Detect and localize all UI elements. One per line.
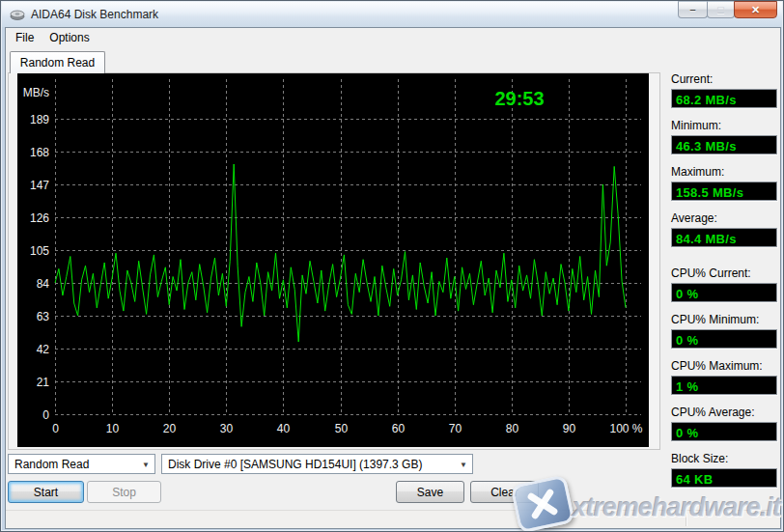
svg-text:80: 80 — [506, 422, 519, 435]
svg-text:60: 60 — [392, 422, 406, 435]
stat-maximum: Maximum: 158.5 MB/s — [671, 165, 777, 201]
window-title: AIDA64 Disk Benchmark — [31, 8, 158, 21]
stat-value: 0 % — [676, 426, 698, 440]
disk-drive-value: Disk Drive #0 [SAMSUNG HD154UI] (1397.3 … — [168, 458, 422, 471]
stat-label: Minimum: — [671, 119, 777, 132]
stat-cpu-average: CPU% Average: 0 % — [671, 406, 777, 441]
svg-text:70: 70 — [449, 422, 462, 435]
stat-block-size: Block Size: 64 KB — [671, 452, 777, 488]
tab-random-read[interactable]: Random Read — [10, 51, 105, 73]
stat-minimum: Minimum: 46.3 MB/s — [671, 119, 777, 154]
disk-drive-select[interactable]: Disk Drive #0 [SAMSUNG HD154UI] (1397.3 … — [161, 454, 473, 474]
tab-label: Random Read — [20, 56, 95, 70]
stat-value: 68.2 MB/s — [676, 93, 737, 107]
save-button[interactable]: Save — [396, 481, 464, 503]
stat-label: CPU% Maximum: — [671, 359, 777, 373]
svg-text:84: 84 — [37, 277, 50, 291]
stat-label: Average: — [671, 211, 777, 225]
stat-cpu-maximum: CPU% Maximum: 1 % — [671, 359, 777, 395]
svg-text:189: 189 — [30, 113, 49, 126]
svg-text:30: 30 — [220, 422, 234, 435]
svg-text:100 %: 100 % — [609, 422, 642, 435]
menu-bar: File Options — [6, 28, 780, 46]
stat-value: 64 KB — [676, 472, 713, 487]
svg-text:63: 63 — [37, 310, 50, 323]
stat-value-box: 0 % — [671, 422, 777, 441]
maximize-icon: □ — [717, 4, 724, 15]
chevron-down-icon: ▼ — [142, 461, 150, 469]
stat-label: CPU% Average: — [671, 406, 777, 419]
stat-value: 84.4 MB/s — [676, 232, 737, 246]
title-bar[interactable]: AIDA64 Disk Benchmark — [2, 2, 782, 27]
svg-text:105: 105 — [30, 244, 49, 258]
stat-value-box: 1 % — [671, 376, 777, 395]
stat-value-box: 64 KB — [671, 468, 777, 488]
svg-text:20: 20 — [163, 422, 177, 435]
status-bar — [6, 510, 780, 528]
stat-label: Maximum: — [671, 165, 777, 179]
stat-value-box: 0 % — [671, 283, 777, 302]
status-bar-separator — [686, 514, 687, 526]
stat-value: 158.5 MB/s — [676, 185, 743, 200]
stat-label: CPU% Current: — [671, 266, 777, 280]
chevron-down-icon: ▼ — [460, 461, 467, 469]
svg-text:147: 147 — [30, 179, 49, 192]
close-icon: ✕ — [751, 4, 760, 16]
stat-average: Average: 84.4 MB/s — [671, 211, 777, 247]
benchmark-chart: 021426384105126147168189MB/s010203040506… — [17, 73, 649, 447]
stat-current: Current: 68.2 MB/s — [671, 72, 777, 108]
stat-label: Current: — [671, 72, 777, 86]
svg-text:42: 42 — [37, 343, 50, 356]
svg-text:29:53: 29:53 — [494, 88, 544, 109]
clear-button[interactable]: Clear — [470, 481, 539, 503]
stat-value: 1 % — [676, 379, 698, 394]
minimize-button[interactable]: – — [678, 1, 708, 18]
svg-text:10: 10 — [106, 422, 120, 435]
stat-cpu-current: CPU% Current: 0 % — [671, 266, 777, 302]
hdd-icon — [10, 8, 25, 21]
svg-text:50: 50 — [335, 422, 349, 435]
window-controls: – □ ✕ — [679, 1, 777, 18]
svg-text:21: 21 — [37, 376, 50, 389]
stat-value: 46.3 MB/s — [676, 139, 737, 154]
maximize-button: □ — [707, 1, 735, 18]
stat-value-box: 158.5 MB/s — [671, 182, 777, 201]
menu-file[interactable]: File — [8, 29, 42, 46]
svg-text:0: 0 — [52, 422, 59, 435]
stat-label: CPU% Minimum: — [671, 313, 777, 326]
benchmark-type-value: Random Read — [14, 458, 89, 471]
svg-text:MB/s: MB/s — [23, 86, 49, 99]
stat-value-box: 46.3 MB/s — [671, 135, 777, 154]
minimize-icon: – — [689, 4, 695, 15]
client-area: File Options Random Read 021426384105126… — [5, 27, 781, 529]
stat-value: 0 % — [676, 333, 698, 348]
start-button[interactable]: Start — [8, 481, 84, 503]
svg-text:90: 90 — [563, 422, 576, 435]
benchmark-type-select[interactable]: Random Read ▼ — [8, 454, 155, 474]
svg-text:168: 168 — [30, 146, 49, 159]
svg-text:126: 126 — [30, 211, 49, 225]
stop-button: Stop — [87, 481, 161, 503]
aida64-disk-benchmark-window: AIDA64 Disk Benchmark – □ ✕ File Options… — [0, 0, 784, 532]
stat-value-box: 84.4 MB/s — [671, 228, 777, 247]
stat-value: 0 % — [676, 287, 698, 301]
menu-options[interactable]: Options — [42, 29, 97, 46]
stat-cpu-minimum: CPU% Minimum: 0 % — [671, 313, 777, 349]
stat-value-box: 0 % — [671, 329, 777, 349]
svg-text:40: 40 — [277, 422, 291, 435]
svg-text:0: 0 — [42, 408, 49, 422]
close-button[interactable]: ✕ — [734, 1, 777, 18]
stat-label: Block Size: — [671, 452, 777, 465]
stat-value-box: 68.2 MB/s — [671, 89, 777, 108]
